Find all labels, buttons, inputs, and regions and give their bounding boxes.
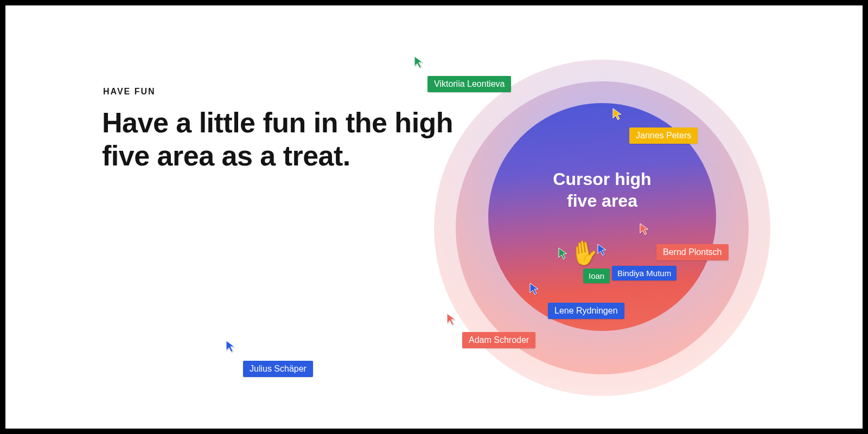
cursor-icon-bindiya[interactable] <box>597 243 608 256</box>
cursor-label-lene[interactable]: Lene Rydningen <box>548 303 624 319</box>
area-label-line2: five area <box>567 191 637 210</box>
cursor-icon-ioan[interactable] <box>558 247 569 260</box>
cursor-label-bindiya[interactable]: Bindiya Mutum <box>612 266 676 280</box>
cursor-label-jannes[interactable]: Jannes Peters <box>629 127 698 144</box>
cursor-label-ioan[interactable]: Ioan <box>583 269 610 283</box>
cursor-icon-bernd[interactable] <box>639 222 650 235</box>
cursor-label-julius[interactable]: Julius Schäper <box>243 361 313 377</box>
headline: Have a little fun in the high five area … <box>102 106 482 173</box>
cursor-label-adam[interactable]: Adam Schroder <box>462 332 535 348</box>
eyebrow-label: HAVE FUN <box>103 87 156 97</box>
canvas: HAVE FUN Have a little fun in the high f… <box>5 5 863 429</box>
high-five-area-label: Cursor high five area <box>524 168 681 212</box>
cursor-icon-julius[interactable] <box>225 340 236 353</box>
area-label-line1: Cursor high <box>553 169 651 189</box>
cursor-label-viktoriia[interactable]: Viktoriia Leontieva <box>427 76 511 92</box>
cursor-label-bernd[interactable]: Bernd Plontsch <box>656 244 729 260</box>
cursor-icon-lene[interactable] <box>529 282 540 295</box>
cursor-icon-jannes[interactable] <box>612 107 623 120</box>
cursor-icon-adam[interactable] <box>446 312 457 326</box>
cursor-icon-viktoriia[interactable] <box>413 55 424 68</box>
